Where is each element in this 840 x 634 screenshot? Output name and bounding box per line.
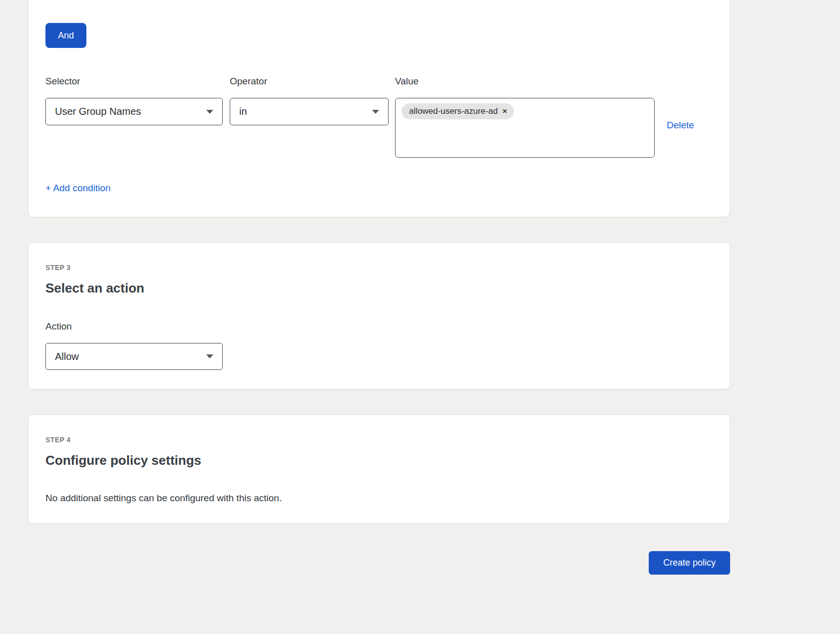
- create-policy-button[interactable]: Create policy: [649, 551, 730, 575]
- value-input[interactable]: allowed-users-azure-ad ✕: [395, 98, 655, 158]
- action-dropdown[interactable]: Allow: [45, 343, 223, 370]
- and-button[interactable]: And: [45, 23, 86, 48]
- condition-row: Selector User Group Names Operator in Va…: [45, 76, 713, 158]
- delete-wrap: Delete: [667, 76, 694, 131]
- chevron-down-icon: [206, 354, 213, 358]
- action-dropdown-value: Allow: [55, 351, 79, 362]
- step4-description: No additional settings can be configured…: [45, 492, 713, 504]
- step3-label: STEP 3: [45, 264, 713, 272]
- operator-field: Operator in: [230, 76, 389, 125]
- step3-title: Select an action: [45, 280, 713, 296]
- step3-card: STEP 3 Select an action Action Allow: [28, 242, 730, 389]
- operator-dropdown[interactable]: in: [230, 98, 389, 125]
- remove-tag-icon[interactable]: ✕: [502, 108, 507, 114]
- chevron-down-icon: [206, 110, 213, 114]
- selector-dropdown[interactable]: User Group Names: [45, 98, 223, 125]
- add-condition-link[interactable]: + Add condition: [45, 183, 110, 194]
- selector-label: Selector: [45, 76, 223, 87]
- step4-title: Configure policy settings: [45, 452, 713, 468]
- action-label: Action: [45, 321, 713, 332]
- step4-card: STEP 4 Configure policy settings No addi…: [28, 414, 730, 524]
- value-tag: allowed-users-azure-ad ✕: [402, 103, 514, 119]
- value-tag-label: allowed-users-azure-ad: [409, 106, 498, 116]
- value-field: Value allowed-users-azure-ad ✕: [395, 76, 655, 158]
- operator-dropdown-value: in: [239, 106, 247, 117]
- selector-dropdown-value: User Group Names: [55, 106, 141, 117]
- step4-label: STEP 4: [45, 436, 713, 444]
- chevron-down-icon: [372, 110, 379, 114]
- page: And Selector User Group Names Operator i…: [0, 0, 840, 634]
- delete-condition-link[interactable]: Delete: [667, 120, 694, 130]
- selector-field: Selector User Group Names: [45, 76, 223, 125]
- value-label: Value: [395, 76, 655, 87]
- operator-label: Operator: [230, 76, 389, 87]
- footer-actions: Create policy: [28, 551, 730, 575]
- condition-card: And Selector User Group Names Operator i…: [28, 0, 730, 217]
